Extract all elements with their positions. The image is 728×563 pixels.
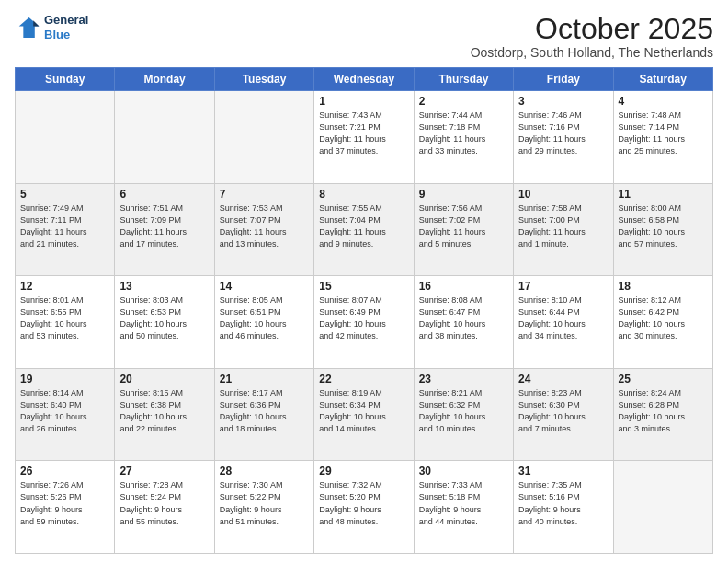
day-info: Sunrise: 8:19 AM Sunset: 6:34 PM Dayligh… [319,387,408,435]
day-header-friday: Friday [514,68,613,91]
calendar-cell: 11Sunrise: 8:00 AM Sunset: 6:58 PM Dayli… [613,183,712,276]
day-info: Sunrise: 8:00 AM Sunset: 6:58 PM Dayligh… [619,202,708,250]
logo-line2: Blue [44,28,88,42]
calendar-cell: 19Sunrise: 8:14 AM Sunset: 6:40 PM Dayli… [16,368,115,461]
day-number: 5 [20,188,109,201]
day-info: Sunrise: 7:33 AM Sunset: 5:18 PM Dayligh… [419,479,508,527]
day-number: 26 [20,465,109,477]
day-info: Sunrise: 8:07 AM Sunset: 6:49 PM Dayligh… [319,294,408,342]
day-info: Sunrise: 7:32 AM Sunset: 5:20 PM Dayligh… [319,479,408,527]
day-number: 10 [518,188,608,201]
calendar-cell: 3Sunrise: 7:46 AM Sunset: 7:16 PM Daylig… [514,91,613,184]
day-header-wednesday: Wednesday [314,68,414,91]
calendar-cell: 31Sunrise: 7:35 AM Sunset: 5:16 PM Dayli… [514,461,613,554]
day-header-sunday: Sunday [16,68,115,91]
calendar-week-3: 19Sunrise: 8:14 AM Sunset: 6:40 PM Dayli… [16,368,713,461]
calendar-week-0: 1Sunrise: 7:43 AM Sunset: 7:21 PM Daylig… [16,91,713,184]
calendar-cell: 8Sunrise: 7:55 AM Sunset: 7:04 PM Daylig… [314,183,414,276]
day-header-monday: Monday [115,68,214,91]
calendar-cell [115,91,214,184]
day-info: Sunrise: 8:01 AM Sunset: 6:55 PM Dayligh… [20,294,109,342]
calendar-cell: 21Sunrise: 8:17 AM Sunset: 6:36 PM Dayli… [214,368,313,461]
calendar-cell: 5Sunrise: 7:49 AM Sunset: 7:11 PM Daylig… [16,183,115,276]
day-info: Sunrise: 8:10 AM Sunset: 6:44 PM Dayligh… [518,294,608,342]
calendar-cell: 23Sunrise: 8:21 AM Sunset: 6:32 PM Dayli… [414,368,513,461]
day-info: Sunrise: 7:26 AM Sunset: 5:26 PM Dayligh… [20,479,109,527]
day-header-thursday: Thursday [414,68,513,91]
calendar-cell: 20Sunrise: 8:15 AM Sunset: 6:38 PM Dayli… [115,368,214,461]
day-info: Sunrise: 7:28 AM Sunset: 5:24 PM Dayligh… [119,479,209,527]
day-info: Sunrise: 7:49 AM Sunset: 7:11 PM Dayligh… [20,202,109,250]
day-number: 30 [419,465,508,477]
day-info: Sunrise: 8:05 AM Sunset: 6:51 PM Dayligh… [220,294,309,342]
calendar-cell: 30Sunrise: 7:33 AM Sunset: 5:18 PM Dayli… [414,461,513,554]
calendar-cell: 10Sunrise: 7:58 AM Sunset: 7:00 PM Dayli… [514,183,613,276]
day-number: 7 [220,188,309,201]
day-info: Sunrise: 8:23 AM Sunset: 6:30 PM Dayligh… [518,387,608,435]
day-number: 15 [319,280,408,293]
day-info: Sunrise: 7:44 AM Sunset: 7:18 PM Dayligh… [419,109,508,157]
title-block: October 2025 Oostdorp, South Holland, Th… [471,13,713,60]
day-info: Sunrise: 7:56 AM Sunset: 7:02 PM Dayligh… [419,202,508,250]
day-info: Sunrise: 7:46 AM Sunset: 7:16 PM Dayligh… [518,109,608,157]
calendar-cell: 28Sunrise: 7:30 AM Sunset: 5:22 PM Dayli… [214,461,313,554]
day-header-saturday: Saturday [613,68,712,91]
calendar-cell: 1Sunrise: 7:43 AM Sunset: 7:21 PM Daylig… [314,91,414,184]
day-info: Sunrise: 7:51 AM Sunset: 7:09 PM Dayligh… [119,202,209,250]
day-info: Sunrise: 8:08 AM Sunset: 6:47 PM Dayligh… [419,294,508,342]
day-number: 27 [119,465,209,477]
day-number: 16 [419,280,508,293]
day-info: Sunrise: 7:43 AM Sunset: 7:21 PM Dayligh… [319,109,408,157]
calendar-week-4: 26Sunrise: 7:26 AM Sunset: 5:26 PM Dayli… [16,461,713,554]
calendar-header-row: SundayMondayTuesdayWednesdayThursdayFrid… [16,68,713,91]
day-number: 28 [220,465,309,477]
calendar-cell: 2Sunrise: 7:44 AM Sunset: 7:18 PM Daylig… [414,91,513,184]
day-number: 29 [319,465,408,477]
calendar-cell: 15Sunrise: 8:07 AM Sunset: 6:49 PM Dayli… [314,276,414,369]
calendar-cell [214,91,313,184]
day-number: 13 [119,280,209,293]
day-info: Sunrise: 8:12 AM Sunset: 6:42 PM Dayligh… [619,294,708,342]
day-number: 20 [119,373,209,385]
day-info: Sunrise: 8:24 AM Sunset: 6:28 PM Dayligh… [619,387,708,435]
day-number: 8 [319,188,408,201]
logo-text: General Blue [44,13,88,41]
calendar-cell: 24Sunrise: 8:23 AM Sunset: 6:30 PM Dayli… [514,368,613,461]
calendar-cell: 6Sunrise: 7:51 AM Sunset: 7:09 PM Daylig… [115,183,214,276]
day-info: Sunrise: 8:15 AM Sunset: 6:38 PM Dayligh… [119,387,209,435]
day-number: 3 [518,95,608,108]
day-number: 21 [220,373,309,385]
location: Oostdorp, South Holland, The Netherlands [471,45,713,60]
calendar-cell: 29Sunrise: 7:32 AM Sunset: 5:20 PM Dayli… [314,461,414,554]
calendar-cell: 7Sunrise: 7:53 AM Sunset: 7:07 PM Daylig… [214,183,313,276]
calendar-cell: 25Sunrise: 8:24 AM Sunset: 6:28 PM Dayli… [613,368,712,461]
calendar-cell: 13Sunrise: 8:03 AM Sunset: 6:53 PM Dayli… [115,276,214,369]
calendar-cell [16,91,115,184]
page: General Blue October 2025 Oostdorp, Sout… [0,0,728,563]
day-info: Sunrise: 7:55 AM Sunset: 7:04 PM Dayligh… [319,202,408,250]
calendar-cell: 18Sunrise: 8:12 AM Sunset: 6:42 PM Dayli… [613,276,712,369]
calendar-cell: 16Sunrise: 8:08 AM Sunset: 6:47 PM Dayli… [414,276,513,369]
day-number: 31 [518,465,608,477]
day-info: Sunrise: 7:48 AM Sunset: 7:14 PM Dayligh… [619,109,708,157]
day-number: 14 [220,280,309,293]
day-number: 9 [419,188,508,201]
day-number: 12 [20,280,109,293]
day-info: Sunrise: 8:17 AM Sunset: 6:36 PM Dayligh… [220,387,309,435]
logo-icon [15,15,40,40]
day-number: 25 [619,373,708,385]
day-info: Sunrise: 8:21 AM Sunset: 6:32 PM Dayligh… [419,387,508,435]
calendar-table: SundayMondayTuesdayWednesdayThursdayFrid… [15,67,713,554]
month-title: October 2025 [471,13,713,45]
day-number: 23 [419,373,508,385]
day-number: 4 [619,95,708,108]
day-info: Sunrise: 7:58 AM Sunset: 7:00 PM Dayligh… [518,202,608,250]
calendar-cell [613,461,712,554]
calendar-cell: 27Sunrise: 7:28 AM Sunset: 5:24 PM Dayli… [115,461,214,554]
calendar-cell: 17Sunrise: 8:10 AM Sunset: 6:44 PM Dayli… [514,276,613,369]
day-number: 19 [20,373,109,385]
day-info: Sunrise: 8:03 AM Sunset: 6:53 PM Dayligh… [119,294,209,342]
day-header-tuesday: Tuesday [214,68,313,91]
day-number: 17 [518,280,608,293]
day-number: 18 [619,280,708,293]
